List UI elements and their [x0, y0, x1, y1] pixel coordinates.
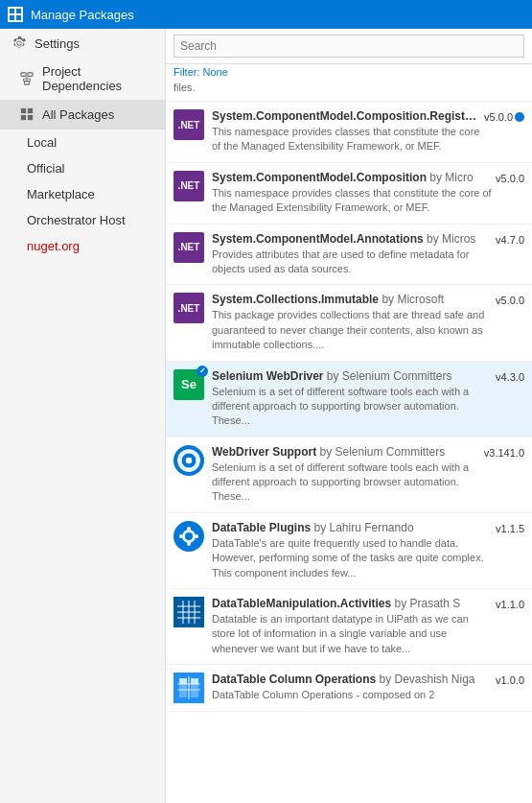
package-description: This namespace provides classes that con… [212, 125, 480, 154]
package-description: Datatable is an important datatype in Ui… [212, 612, 492, 656]
partial-top-item: files. [166, 82, 532, 102]
package-info: WebDriver Support by Selenium Committers… [212, 445, 480, 505]
package-description: This namespace provides classes that con… [212, 186, 492, 216]
window-title: Manage Packages [31, 8, 134, 22]
sidebar-item-orchestrator-host[interactable]: Orchestrator Host [0, 207, 165, 233]
svg-rect-13 [28, 108, 33, 113]
svg-rect-42 [191, 678, 198, 684]
update-indicator [515, 112, 524, 122]
package-version: v4.3.0 [496, 369, 524, 383]
package-icon-net: .NET [173, 171, 204, 201]
svg-rect-15 [28, 115, 33, 120]
table-row[interactable]: .NET System.ComponentModel.Composition b… [166, 163, 532, 224]
package-version: v3.141.0 [484, 445, 524, 459]
package-description: DataTable's are quite frequently used to… [212, 536, 492, 580]
package-description: Selenium is a set of different software … [212, 385, 492, 429]
table-row[interactable]: DataTableManipulation.Activities by Pras… [166, 589, 532, 665]
package-info: DataTable Plugins by Lahiru Fernando Dat… [212, 521, 492, 580]
package-title: DataTable Plugins by Lahiru Fernando [212, 521, 492, 534]
sidebar: Settings Project Dependencies [0, 29, 166, 803]
content-area: Filter: None files. .NET System.Componen… [166, 29, 532, 803]
package-info: DataTable Column Operations by Devashish… [212, 673, 492, 702]
package-version: v5.0.0 [484, 109, 524, 123]
svg-rect-1 [16, 9, 21, 13]
package-description: DataTable Column Operations - composed o… [212, 688, 492, 702]
package-title: System.ComponentModel.Composition.Regist… [212, 109, 480, 123]
package-title: System.ComponentModel.Composition by Mic… [212, 171, 492, 184]
package-icon-net: .NET [173, 232, 204, 263]
svg-point-22 [177, 459, 181, 462]
package-info: Selenium WebDriver by Selenium Committer… [212, 369, 492, 429]
package-title: System.ComponentModel.Annotations by Mic… [212, 232, 492, 246]
project-deps-label: Project Dependencies [42, 64, 153, 93]
package-info: System.ComponentModel.Composition.Regist… [212, 109, 480, 154]
package-source-list: Local Official Marketplace Orchestrator … [0, 130, 165, 259]
sidebar-item-project-dependencies[interactable]: Project Dependencies [0, 58, 165, 100]
search-input[interactable] [173, 35, 524, 58]
table-row[interactable]: DataTable Column Operations by Devashish… [166, 665, 532, 712]
svg-point-30 [195, 534, 198, 538]
svg-rect-14 [21, 115, 26, 120]
title-bar: Manage Packages [0, 0, 532, 29]
svg-rect-40 [179, 678, 187, 684]
project-deps-icon [19, 71, 35, 86]
svg-point-23 [197, 459, 200, 462]
settings-label: Settings [35, 36, 80, 51]
svg-rect-0 [10, 9, 14, 13]
table-row[interactable]: .NET System.Collections.Immutable by Mic… [166, 285, 532, 361]
table-row[interactable]: .NET System.ComponentModel.Annotations b… [166, 224, 532, 286]
svg-rect-2 [10, 15, 14, 20]
package-list: files. .NET System.ComponentModel.Compos… [166, 82, 532, 803]
table-row[interactable]: DataTable Plugins by Lahiru Fernando Dat… [166, 513, 532, 589]
package-description: This package provides collections that a… [212, 308, 492, 352]
sidebar-item-all-packages[interactable]: All Packages [0, 100, 165, 129]
package-info: System.ComponentModel.Composition by Mic… [212, 171, 492, 216]
checkmark-badge: ✓ [197, 366, 208, 377]
version-badge: v5.0.0 [484, 111, 524, 123]
package-title: System.Collections.Immutable by Microsof… [212, 293, 492, 306]
svg-point-26 [185, 532, 193, 540]
svg-point-19 [186, 457, 192, 462]
package-description: Provides attributes that are used to def… [212, 248, 492, 277]
sidebar-item-marketplace[interactable]: Marketplace [0, 181, 165, 207]
filter-bar: Filter: None [166, 64, 532, 82]
table-row[interactable]: Se ✓ Selenium WebDriver by Selenium Comm… [166, 362, 532, 437]
package-title: DataTableManipulation.Activities by Pras… [212, 597, 492, 610]
svg-point-27 [187, 527, 191, 531]
all-packages-icon [19, 106, 35, 122]
svg-point-20 [187, 449, 191, 453]
sidebar-item-settings[interactable]: Settings [0, 29, 165, 58]
package-version: v5.0.0 [496, 293, 524, 306]
package-icon-net: .NET [173, 109, 204, 140]
table-row[interactable]: .NET System.ComponentModel.Composition.R… [166, 102, 532, 163]
package-version: v1.1.5 [496, 521, 524, 534]
svg-rect-4 [21, 73, 26, 77]
package-icon-net: .NET [173, 293, 204, 323]
package-icon-datatable [173, 521, 204, 552]
svg-point-21 [187, 467, 191, 471]
svg-point-29 [179, 534, 183, 538]
package-info: DataTableManipulation.Activities by Pras… [212, 597, 492, 656]
package-info: System.ComponentModel.Annotations by Mic… [212, 232, 492, 277]
package-title: Selenium WebDriver by Selenium Committer… [212, 369, 492, 383]
sidebar-item-local[interactable]: Local [0, 130, 165, 155]
package-info: System.Collections.Immutable by Microsof… [212, 293, 492, 352]
package-version: v5.0.0 [496, 171, 524, 184]
app-icon [8, 7, 23, 22]
search-bar [166, 29, 532, 64]
package-title: DataTable Column Operations by Devashish… [212, 673, 492, 686]
svg-rect-12 [21, 108, 26, 113]
package-version: v1.1.0 [496, 597, 524, 610]
svg-point-28 [187, 542, 191, 546]
package-icon-dtcol [173, 673, 204, 703]
package-icon-dtmanip [173, 597, 204, 627]
table-row[interactable]: WebDriver Support by Selenium Committers… [166, 437, 532, 513]
svg-rect-5 [28, 73, 33, 77]
sidebar-item-official[interactable]: Official [0, 155, 165, 181]
package-version: v1.0.0 [496, 673, 524, 686]
settings-icon [12, 35, 27, 51]
sidebar-item-nuget[interactable]: nuget.org [0, 233, 165, 259]
package-description: Selenium is a set of different software … [212, 461, 480, 505]
svg-rect-3 [16, 15, 21, 20]
all-packages-label: All Packages [42, 107, 114, 122]
